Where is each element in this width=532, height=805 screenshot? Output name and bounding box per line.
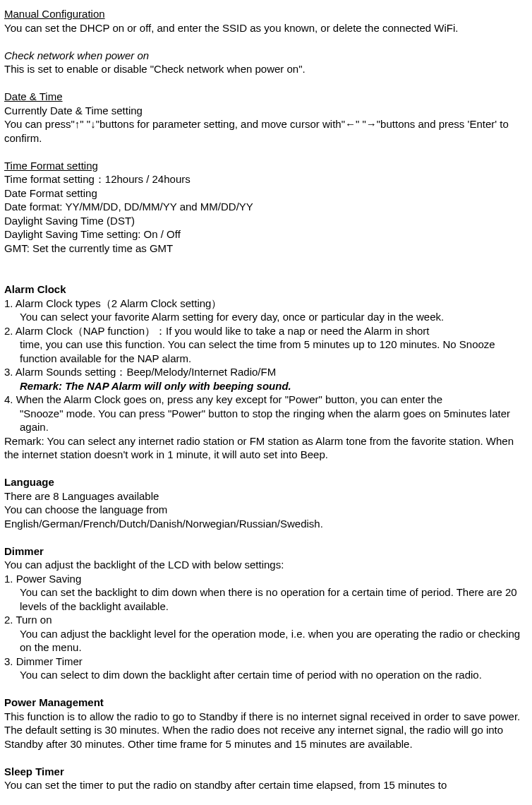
heading-sleep-timer: Sleep Timer [4, 765, 528, 779]
heading-check-network: Check network when power on [4, 49, 528, 63]
body-text: Currently Date & Time setting [4, 104, 528, 118]
heading-alarm-clock: Alarm Clock [4, 282, 528, 297]
list-item: 1. Power Saving [4, 572, 528, 586]
heading-dimmer: Dimmer [4, 544, 528, 559]
heading-language: Language [4, 475, 528, 489]
heading-date-time: Date & Time [4, 90, 528, 104]
heading-power-management: Power Management [4, 696, 528, 710]
body-text: You can set the timer to put the radio o… [4, 778, 528, 792]
body-text: Time format setting：12hours / 24hours [4, 172, 528, 186]
body-text: Daylight Saving Time (DST) [4, 214, 528, 228]
body-text: This function is to allow the radio to g… [4, 710, 528, 751]
list-item: 2. Alarm Clock（NAP function）：If you woul… [4, 324, 528, 338]
body-text: English/German/French/Dutch/Danish/Norwe… [4, 517, 528, 531]
list-item-body: time, you can use this function. You can… [4, 338, 528, 365]
body-text: GMT: Set the currently time as GMT [4, 242, 528, 256]
list-item-body: You can select to dim down the backlight… [4, 668, 528, 682]
body-text: Date format: YY/MM/DD, DD/MM/YY and MM/D… [4, 200, 528, 214]
body-text: Daylight Saving Time setting: On / Off [4, 227, 528, 242]
body-text: You can adjust the backlight of the LCD … [4, 558, 528, 572]
list-item: 1. Alarm Clock types（2 Alarm Clock setti… [4, 297, 528, 311]
remark-text: Remark: You can select any internet radi… [4, 434, 528, 462]
body-text: You can choose the language from [4, 503, 528, 517]
section-dimmer: Dimmer You can adjust the backlight of t… [4, 544, 528, 682]
section-language: Language There are 8 Languages available… [4, 475, 528, 530]
body-text: This is set to enable or disable "Check … [4, 62, 528, 76]
list-item-body: You can set the backlight to dim down wh… [4, 585, 528, 613]
section-check-network: Check network when power on This is set … [4, 49, 528, 76]
body-text: You can press"↑" "↓"buttons for paramete… [4, 117, 528, 145]
heading-time-format: Time Format setting [4, 159, 528, 173]
list-item: 3. Alarm Sounds setting：Beep/Melody/Inte… [4, 365, 528, 379]
section-date-time: Date & Time Currently Date & Time settin… [4, 90, 528, 145]
list-item-body: You can adjust the backlight level for t… [4, 627, 528, 655]
list-item: 4. When the Alarm Clock goes on, press a… [4, 393, 528, 407]
body-text: Date Format setting [4, 186, 528, 201]
section-alarm-clock: Alarm Clock 1. Alarm Clock types（2 Alarm… [4, 282, 528, 462]
section-manual-config: Manual Configuration You can set the DHC… [4, 7, 528, 35]
body-text: You can set the DHCP on or off, and ente… [4, 21, 528, 35]
list-item-remark: Remark: The NAP Alarm will only with bee… [4, 379, 528, 393]
list-item: 2. Turn on [4, 613, 528, 627]
list-item-body: "Snooze" mode. You can press "Power" but… [4, 407, 528, 434]
section-sleep-timer: Sleep Timer You can set the timer to put… [4, 765, 528, 792]
heading-manual-config: Manual Configuration [4, 7, 528, 21]
section-power-management: Power Management This function is to all… [4, 696, 528, 751]
section-time-format: Time Format setting Time format setting：… [4, 159, 528, 256]
list-item: 3. Dimmer Timer [4, 655, 528, 669]
list-item-body: You can select your favorite Alarm setti… [4, 310, 528, 324]
body-text: There are 8 Languages available [4, 489, 528, 503]
